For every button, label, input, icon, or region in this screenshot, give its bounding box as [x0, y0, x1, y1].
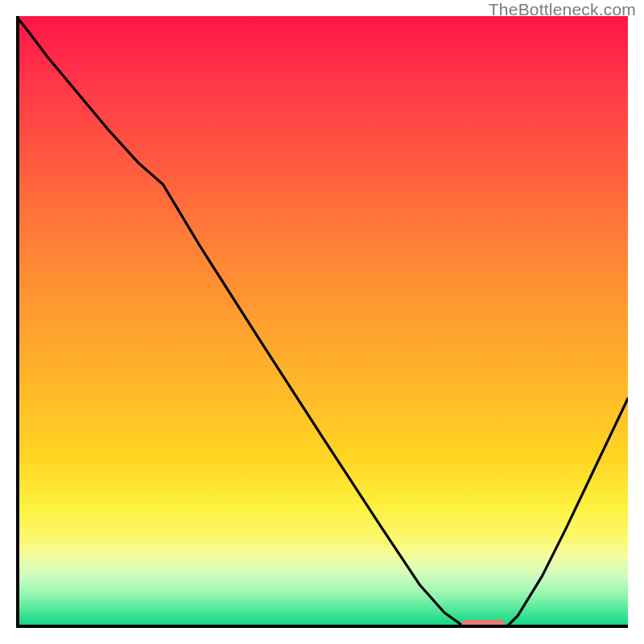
- bottleneck-curve: [16, 16, 628, 628]
- plot-area: [16, 16, 628, 628]
- optimum-marker: [461, 620, 505, 628]
